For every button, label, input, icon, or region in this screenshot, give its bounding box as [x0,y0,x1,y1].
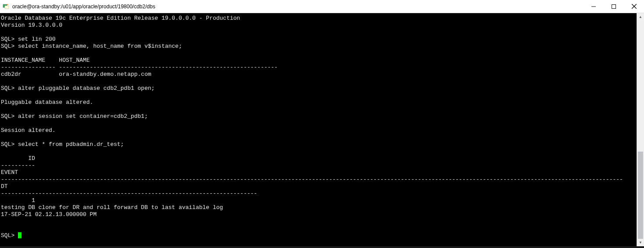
terminal-output[interactable]: Oracle Database 19c Enterprise Edition R… [0,13,637,246]
vertical-scrollbar[interactable]: ▲ ▼ [637,13,644,246]
window-titlebar: oracle@ora-standby:/u01/app/oracle/produ… [0,0,644,13]
svg-rect-3 [612,4,616,8]
terminal-cursor [18,232,21,238]
close-button[interactable] [624,0,644,13]
scroll-track[interactable] [637,21,644,239]
terminal-container: Oracle Database 19c Enterprise Edition R… [0,13,644,246]
window-title: oracle@ora-standby:/u01/app/oracle/produ… [12,4,155,10]
scroll-up-arrow[interactable]: ▲ [637,13,644,21]
scroll-thumb[interactable] [638,152,643,239]
svg-rect-1 [5,6,9,9]
scroll-down-arrow[interactable]: ▼ [637,239,644,246]
putty-icon [3,3,10,10]
maximize-button[interactable] [604,0,624,13]
window-controls [584,0,644,13]
minimize-button[interactable] [584,0,604,13]
taskbar-edge [0,246,644,248]
